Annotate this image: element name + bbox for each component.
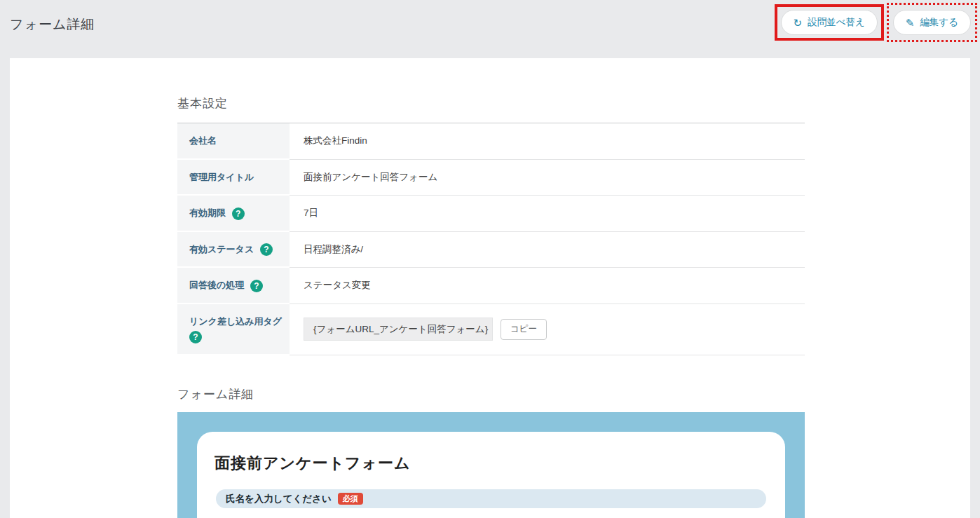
pencil-icon: ✎ [906,18,915,28]
row-value: 7日 [290,196,805,232]
row-value-text: ステータス変更 [304,279,371,292]
form-preview-card: 面接前アンケートフォーム 氏名を入力してください 必須 [197,432,785,518]
row-label-text: 有効ステータス [189,244,254,254]
basic-settings-heading: 基本設定 [177,95,805,111]
field-label-bar: 氏名を入力してください 必須 [216,489,766,508]
copy-button[interactable]: コピー [501,319,547,340]
row-value-text: 株式会社Findin [304,135,367,147]
refresh-icon: ↻ [794,18,803,28]
table-row-company: 会社名 株式会社Findin [177,123,805,160]
row-label: 有効ステータス ? [177,232,290,268]
row-value: {フォームURL_アンケート回答フォーム} コピー [290,304,805,356]
table-row-valid-status: 有効ステータス ? 日程調整済み/ [177,232,805,268]
reorder-questions-button[interactable]: ↻ 設問並べ替え [781,10,878,35]
help-icon[interactable]: ? [232,207,245,220]
row-value-text: 日程調整済み/ [304,243,363,256]
table-row-expiration: 有効期限 ? 7日 [177,196,805,232]
row-label: リンク差し込み用タグ ? [177,304,290,356]
form-detail-heading: フォーム詳細 [177,386,805,402]
row-label: 有効期限 ? [177,196,290,232]
row-value-text: 面接前アンケート回答フォーム [304,171,437,184]
reorder-questions-label: 設問並べ替え [808,16,865,29]
help-icon[interactable]: ? [189,331,202,343]
form-title: 面接前アンケートフォーム [215,453,785,474]
edit-label: 編集する [920,16,958,29]
row-label-text: リンク差し込み用タグ [189,316,282,327]
merge-tag-value: {フォームURL_アンケート回答フォーム} [304,318,493,341]
field-label: 氏名を入力してください [226,493,332,505]
row-value: 株式会社Findin [290,123,805,160]
table-row-admin-title: 管理用タイトル 面接前アンケート回答フォーム [177,160,805,196]
row-label-text: 有効期限 [189,207,226,218]
form-preview-area: 面接前アンケートフォーム 氏名を入力してください 必須 [177,412,805,518]
row-label-text: 管理用タイトル [189,172,254,182]
row-label: 会社名 [177,123,290,160]
help-icon[interactable]: ? [260,243,273,256]
row-label-text: 回答後の処理 [189,280,244,290]
row-value: ステータス変更 [290,268,805,304]
toolbar: ↻ 設問並べ替え ✎ 編集する [775,3,977,42]
table-row-link-tag: リンク差し込み用タグ ? {フォームURL_アンケート回答フォーム} コピー [177,304,805,356]
help-icon[interactable]: ? [250,280,263,292]
edit-button[interactable]: ✎ 編集する [893,10,971,35]
row-value-text: 7日 [304,207,318,219]
table-row-post-answer: 回答後の処理 ? ステータス変更 [177,268,805,304]
required-badge: 必須 [338,493,363,505]
main-card: 基本設定 会社名 株式会社Findin 管理用タイトル 面接前アンケート回答フォ… [10,58,970,518]
basic-settings-table: 会社名 株式会社Findin 管理用タイトル 面接前アンケート回答フォーム 有効… [177,123,805,355]
edit-annotation-box: ✎ 編集する [887,3,977,42]
reorder-annotation-box: ↻ 設問並べ替え [775,4,884,41]
row-label: 管理用タイトル [177,160,290,196]
row-value: 面接前アンケート回答フォーム [290,160,805,196]
row-value: 日程調整済み/ [290,232,805,268]
row-label: 回答後の処理 ? [177,268,290,304]
row-label-text: 会社名 [189,135,217,146]
page-title: フォーム詳細 [10,15,95,34]
